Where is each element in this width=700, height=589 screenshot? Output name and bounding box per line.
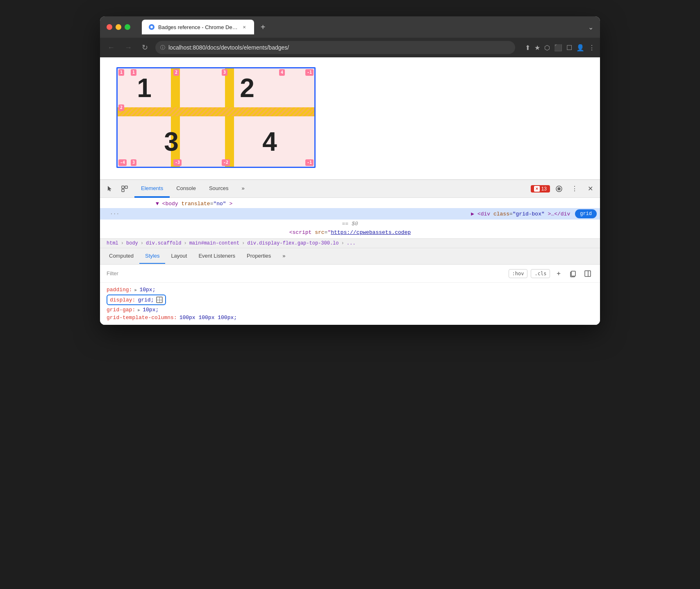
- breadcrumb-main[interactable]: main#main-content: [189, 240, 239, 246]
- address-text: localhost:8080/docs/devtools/elements/ba…: [168, 44, 510, 51]
- sidebar-toggle-icon[interactable]: [582, 268, 593, 279]
- tab-more[interactable]: »: [235, 180, 251, 198]
- grid-visual: 1 2 3 4 1 1 2 3 4 -1 2: [118, 68, 314, 167]
- cell-number-3: 3: [164, 127, 179, 157]
- sub-tab-styles[interactable]: Styles: [139, 248, 165, 265]
- error-x-icon: ✕: [534, 186, 540, 192]
- sub-tab-event-listeners[interactable]: Event Listeners: [193, 248, 241, 265]
- breadcrumb-div-scaffold[interactable]: div.scaffold: [146, 240, 181, 246]
- breadcrumb-more[interactable]: ...: [347, 240, 356, 246]
- split-icon[interactable]: ☐: [566, 44, 572, 52]
- sub-tab-more[interactable]: »: [277, 248, 291, 265]
- svg-rect-3: [125, 186, 127, 188]
- devtools-panel: Elements Console Sources » ✕ 13: [100, 179, 600, 325]
- css-expand-padding[interactable]: ▶: [134, 288, 137, 292]
- tab-close-button[interactable]: ✕: [241, 24, 248, 30]
- html-tree: ▼ <body translate="no" > ··· ▶ <div clas…: [100, 198, 600, 238]
- sub-tab-properties[interactable]: Properties: [241, 248, 277, 265]
- maximize-traffic-light[interactable]: [125, 24, 130, 30]
- address-input[interactable]: ⓘ localhost:8080/docs/devtools/elements/…: [155, 41, 515, 54]
- share-icon[interactable]: ⬆: [525, 44, 530, 52]
- error-badge[interactable]: ✕ 13: [531, 185, 550, 193]
- devtools-right-controls: ✕ 13 ⋮ ✕: [531, 182, 597, 195]
- devtools-tab-bar: Elements Console Sources » ✕ 13: [100, 180, 600, 198]
- sub-tab-computed[interactable]: Computed: [103, 248, 139, 265]
- tree-row-div-selected[interactable]: ··· ▶ <div class="grid-box" >…</div grid: [100, 208, 600, 220]
- filter-bar: Filter :hov .cls +: [100, 265, 600, 283]
- layers-icon[interactable]: [118, 182, 131, 195]
- address-bar: ← → ↻ ⓘ localhost:8080/docs/devtools/ele…: [100, 38, 600, 57]
- copy-styles-icon[interactable]: [567, 268, 579, 279]
- breadcrumb-html[interactable]: html: [107, 240, 118, 246]
- dollar-zero: == $0: [342, 221, 358, 227]
- svg-rect-2: [122, 186, 124, 188]
- tab-list-button[interactable]: ⌄: [588, 23, 593, 31]
- display-grid-highlight: display: grid;: [107, 294, 166, 305]
- account-icon[interactable]: 👤: [576, 44, 584, 52]
- back-button[interactable]: ←: [105, 42, 117, 54]
- css-line-grid-template: grid-template-columns: 100px 100px 100px…: [107, 314, 593, 322]
- tab-console-label: Console: [176, 185, 196, 191]
- cls-button[interactable]: .cls: [531, 269, 550, 278]
- script-src-link[interactable]: https://cpwebassets.codep: [331, 229, 411, 236]
- more-options-icon[interactable]: ⋮: [568, 182, 581, 195]
- tree-row-dollar-zero: == $0: [100, 220, 600, 228]
- menu-icon[interactable]: ⋮: [589, 44, 595, 52]
- css-prop-grid-template: grid-template-columns:: [107, 315, 177, 321]
- grid-layout-icon[interactable]: [156, 297, 163, 303]
- css-line-display: display: grid;: [107, 294, 593, 306]
- grid-cell-2: 2: [180, 68, 314, 107]
- breadcrumb-bar: html › body › div.scaffold › main#main-c…: [100, 238, 600, 248]
- css-rules: padding: ▶ 10px; display: grid; grid-gap…: [100, 283, 600, 325]
- css-val-grid-template: 100px 100px 100px;: [180, 315, 237, 321]
- breadcrumb-div-flex[interactable]: div.display-flex.gap-top-300.lo: [247, 240, 339, 246]
- minimize-traffic-light[interactable]: [116, 24, 121, 30]
- lock-icon: ⓘ: [160, 44, 165, 51]
- css-line-padding: padding: ▶ 10px;: [107, 286, 593, 294]
- div-tag: ▶ <div class="grid-box" >…</div: [471, 211, 570, 217]
- tab-favicon: [148, 24, 155, 30]
- active-tab[interactable]: Badges reference - Chrome De… ✕: [142, 20, 254, 34]
- grid-badge-bot-neg3: -3: [173, 159, 182, 166]
- sub-tab-layout[interactable]: Layout: [165, 248, 193, 265]
- dots-left: ···: [110, 211, 119, 217]
- grid-cell-4: 4: [225, 116, 314, 167]
- breadcrumb-body[interactable]: body: [126, 240, 138, 246]
- css-expand-grid-gap[interactable]: ▶: [138, 308, 140, 313]
- tab-elements-label: Elements: [141, 185, 163, 191]
- sub-tab-styles-label: Styles: [145, 253, 159, 259]
- sub-tab-properties-label: Properties: [247, 253, 271, 259]
- hov-button[interactable]: :hov: [509, 269, 528, 278]
- tab-console[interactable]: Console: [170, 180, 202, 198]
- plus-button[interactable]: +: [553, 268, 564, 279]
- css-val-grid-gap: 10px;: [143, 307, 159, 313]
- refresh-button[interactable]: ↻: [139, 41, 150, 54]
- close-traffic-light[interactable]: [107, 24, 112, 30]
- grid-badge-top-2: 2: [173, 69, 179, 76]
- forward-button[interactable]: →: [122, 42, 134, 54]
- cell-number-2: 2: [240, 73, 255, 103]
- grid-badge-button[interactable]: grid: [575, 209, 597, 218]
- svg-rect-8: [585, 271, 591, 276]
- tab-bar: Badges reference - Chrome De… ✕ + ⌄: [142, 20, 593, 34]
- grid-badge-top-1b: 1: [131, 69, 136, 76]
- body-tag: ▼ <body translate="no" >: [156, 201, 232, 207]
- css-prop-display: display:: [110, 297, 135, 303]
- tab-more-label: »: [242, 185, 245, 191]
- new-tab-button[interactable]: +: [257, 21, 269, 34]
- tree-row-script: <script src="https://cpwebassets.codep: [100, 228, 600, 237]
- filter-right: :hov .cls +: [509, 268, 593, 279]
- close-devtools-icon[interactable]: ✕: [584, 182, 597, 195]
- extension-icon[interactable]: ⬡: [544, 44, 550, 52]
- tab-sources[interactable]: Sources: [202, 180, 235, 198]
- grid-badge-bot-neg2: -2: [222, 159, 230, 166]
- settings-icon[interactable]: [552, 182, 566, 195]
- cursor-icon[interactable]: [103, 182, 116, 195]
- tab-elements[interactable]: Elements: [134, 180, 170, 198]
- grid-preview-container: 1 2 3 4 1 1 2 3 4 -1 2: [116, 67, 316, 168]
- bookmark-icon[interactable]: ★: [534, 44, 540, 52]
- css-val-display: grid;: [138, 297, 154, 303]
- grid-badge-bot-3: 3: [131, 159, 136, 166]
- title-bar: Badges reference - Chrome De… ✕ + ⌄: [100, 16, 600, 38]
- flask-icon[interactable]: ⬛: [554, 44, 562, 52]
